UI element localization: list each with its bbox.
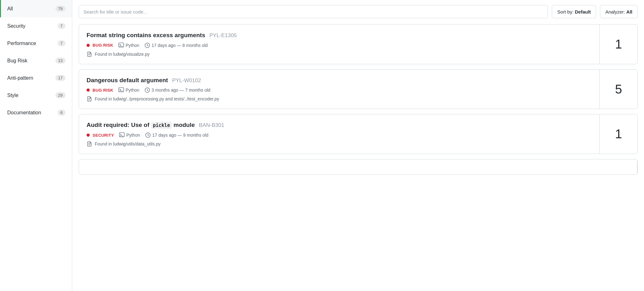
sidebar: All 79 Security 7 Performance 7 Bug Risk… [0,0,72,291]
terminal-icon-2 [119,132,125,138]
issue-count-1: 5 [600,70,637,109]
sidebar-item-performance[interactable]: Performance 7 [0,35,72,52]
issue-card-3-main-partial [79,159,637,174]
language-0: Python [118,43,139,48]
issue-file-0: Found in ludwig/visualize.py [87,51,592,57]
language-2: Python [119,132,140,138]
search-input[interactable] [79,5,548,18]
file-icon-1 [87,96,92,102]
time-0: 17 days ago — 8 months old [144,43,208,48]
issue-card-1[interactable]: Dangerous default argument PYL-W0102 BUG… [79,69,638,109]
issue-card-2[interactable]: Audit required: Use of pickle module BAN… [79,114,638,154]
analyzer-button[interactable]: Analyzer: All [600,5,638,18]
issue-meta-0: BUG RISK Python [87,43,592,48]
issue-card-2-main: Audit required: Use of pickle module BAN… [79,114,600,154]
issue-card-0-main: Format string contains excess arguments … [79,25,600,64]
sidebar-item-style[interactable]: Style 29 [0,87,72,104]
time-2: 17 days ago — 9 months old [145,132,208,138]
badge-2: SECURITY [87,133,114,138]
issue-meta-1: BUG RISK Python [87,87,592,93]
issue-card-0[interactable]: Format string contains excess arguments … [79,24,638,64]
inline-code-pickle: pickle [151,122,172,129]
sidebar-item-bug-risk[interactable]: Bug Risk 13 [0,52,72,69]
issue-title-1: Dangerous default argument PYL-W0102 [87,77,592,84]
clock-icon-2 [145,132,151,138]
issue-count-0: 1 [600,25,637,64]
dot-red-icon-0 [87,44,90,47]
sidebar-item-all[interactable]: All 79 [0,0,72,17]
issue-card-1-main: Dangerous default argument PYL-W0102 BUG… [79,70,600,109]
sidebar-item-security[interactable]: Security 7 [0,17,72,35]
clock-icon-1 [144,87,150,93]
issue-title-2: Audit required: Use of pickle module BAN… [87,121,592,129]
issue-title-0: Format string contains excess arguments … [87,31,592,39]
terminal-icon-1 [118,87,124,93]
issue-count-2: 1 [600,114,637,154]
sidebar-item-anti-pattern[interactable]: Anti-pattern 17 [0,69,72,87]
file-icon-0 [87,51,92,57]
issue-meta-2: SECURITY Python [87,132,592,138]
dot-red-icon-2 [87,134,90,137]
dot-red-icon-1 [87,88,90,92]
badge-1: BUG RISK [87,88,113,93]
time-1: 3 months ago — 7 months old [144,87,211,93]
top-bar: Sort by: Default Analyzer: All [79,0,638,24]
sidebar-item-documentation[interactable]: Documentation 6 [0,104,72,121]
issue-card-3-partial [79,159,638,175]
issue-file-2: Found in ludwig/utils/data_utils.py [87,141,592,147]
main-content: Sort by: Default Analyzer: All Format st… [72,0,644,291]
badge-0: BUG RISK [87,43,113,48]
issue-file-1: Found in ludwig/../preprocessing.py and … [87,96,592,102]
terminal-icon-0 [118,43,124,48]
clock-icon-0 [144,43,150,48]
file-icon-2 [87,141,92,147]
sort-button[interactable]: Sort by: Default [552,5,596,18]
language-1: Python [118,87,139,93]
